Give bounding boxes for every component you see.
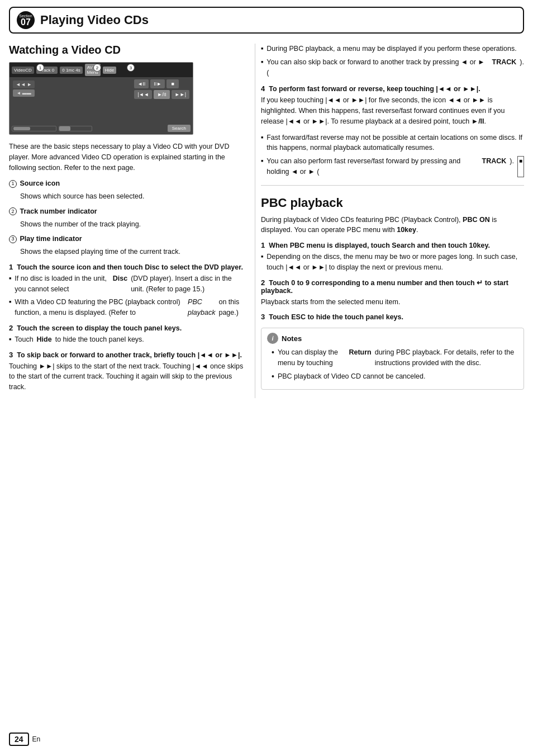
page-title: Playing Video CDs [40,13,149,27]
vcd-right-controls: ◄II II► ■ |◄◄ ►/II ►►| [134,79,189,99]
notes-icon: i [267,333,278,344]
pbc-step2-heading: 2 Touch 0 to 9 corresponding to a menu n… [261,278,524,295]
right-column: During PBC playback, a menu may be displ… [255,44,524,398]
pbc-title: PBC playback [261,196,524,210]
step1-bullet2: With a Video CD featuring the PBC (playb… [9,297,244,318]
vcd-bottom-bar: Search [12,125,191,132]
step4-bullet1: Fast forward/fast reverse may not be pos… [261,133,524,154]
notes-title: Notes [282,334,302,343]
right-bullet1: During PBC playback, a menu may be displ… [261,44,524,54]
pbc-step1-heading: 1 When PBC menu is displayed, touch Sear… [261,241,524,249]
notes-box: i Notes You can display the menu by touc… [261,328,524,389]
vcd-scan: ◄◄ ► [13,81,35,88]
vcd-hide[interactable]: Hide [103,67,116,74]
callout-item-1-desc: Shows which source has been selected. [20,191,244,202]
left-column: Watching a Video CD 1 2 3 VideoCD Track … [9,44,255,398]
step4-bullet2: You can also perform fast reverse/fast f… [261,156,524,177]
step2-heading: 2 Touch the screen to display the touch … [9,324,244,332]
watching-title: Watching a Video CD [9,44,244,56]
callout-1: 1 [36,64,44,72]
callout-item-2-desc: Shows the number of the track playing. [20,219,244,230]
pbc-intro: During playback of Video CDs featuring P… [261,215,524,236]
vcd-stop-btn[interactable]: ■ [166,79,179,88]
vcd-diagram: 1 2 3 VideoCD Track 0 0 1mc 4s AVMenu Hi… [9,62,193,135]
page-number: 24 [9,733,29,746]
callout-item-2-heading: 2 Track number indicator [9,206,244,217]
vcd-volume [12,126,56,131]
callout-3: 3 [127,64,135,72]
callout-2: 2 [93,64,101,72]
vcd-pause-btn[interactable]: ◄II [134,79,149,88]
callout-item-3-heading: 3 Play time indicator [9,234,244,244]
step1-bullet1: If no disc is loaded in the unit, you ca… [9,273,244,295]
vcd-search-btn[interactable]: Search [168,125,191,132]
step3-heading: 3 To skip back or forward to another tra… [9,351,244,359]
section-divider [261,185,524,186]
pbc-step2-body: Playback starts from the selected menu i… [261,297,524,308]
intro-text: These are the basic steps necessary to p… [9,141,244,173]
callout-item-3-desc: Shows the elapsed playing time of the cu… [20,247,244,257]
vcd-ff-btn[interactable]: II► [150,79,165,88]
circle-2: 2 [9,207,17,215]
notes-header: i Notes [267,333,518,344]
page-footer: 24 En [9,733,40,746]
vcd-left-area: ◄◄ ► ◄ ▬▬ [13,81,35,97]
footer-lang: En [32,735,41,743]
section-box: Section 07 [17,11,35,29]
notes-bullet2: PBC playback of Video CD cannot be cance… [267,371,518,382]
pbc-step1-bullet1: Depending on the discs, the menu may be … [261,252,524,273]
circle-1: 1 [9,180,17,188]
vcd-time: 0 1mc 4s [60,67,82,74]
main-content: Watching a Video CD 1 2 3 VideoCD Track … [0,44,533,398]
notes-bullet1: You can display the menu by touching Ret… [267,347,518,368]
vcd-progress-bar [59,126,92,131]
circle-3: 3 [9,235,17,243]
vcd-logo: VideoCD [12,67,34,74]
page-header: Section 07 Playing Video CDs [9,7,524,34]
pbc-step3-heading: 3 Touch ESC to hide the touch panel keys… [261,313,524,321]
step4-heading: 4 To perform fast forward or reverse, ke… [261,84,524,93]
vcd-play-btn[interactable]: ►/II [154,90,169,99]
step3-body: Touching ►►| skips to the start of the n… [9,361,244,393]
vcd-prev-btn[interactable]: |◄◄ [134,90,152,99]
vcd-eq: ◄ ▬▬ [13,89,35,97]
step2-bullet1: Touch Hide to hide the touch panel keys. [9,334,244,345]
step4-body1: If you keep touching |◄◄ or ►►| for five… [261,95,524,126]
vcd-next-btn[interactable]: ►►| [172,90,189,99]
step1-heading: 1 Touch the source icon and then touch D… [9,263,244,271]
callout-item-1-heading: 1 Source icon [9,178,244,189]
right-bullet2: You can also skip back or forward to ano… [261,57,524,78]
section-num: 07 [21,18,31,27]
